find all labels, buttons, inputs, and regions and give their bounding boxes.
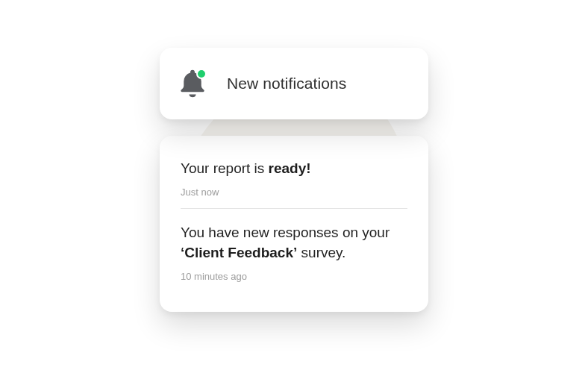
notification-text: You have new responses on your ‘Client F…	[181, 222, 407, 263]
notification-text-bold: ready!	[269, 160, 311, 176]
notification-time: 10 minutes ago	[181, 271, 407, 282]
notification-text-pre: You have new responses on your	[181, 225, 390, 240]
notification-text: Your report is ready!	[181, 158, 407, 179]
notifications-list-card: Your report is ready! Just now You have …	[160, 136, 428, 312]
notification-item[interactable]: You have new responses on your ‘Client F…	[181, 208, 407, 292]
notification-time: Just now	[181, 187, 407, 198]
notification-text-pre: Your report is	[181, 160, 269, 176]
notification-item[interactable]: Your report is ready! Just now	[181, 155, 407, 208]
notifications-header-title: New notifications	[227, 75, 346, 93]
notification-text-bold: ‘Client Feedback’	[181, 245, 297, 260]
notification-text-post: survey.	[297, 245, 345, 260]
bell-icon	[176, 67, 209, 100]
notification-badge-dot	[196, 69, 207, 79]
notifications-header-card[interactable]: New notifications	[160, 48, 428, 119]
notification-widget: New notifications Your report is ready! …	[0, 0, 588, 376]
